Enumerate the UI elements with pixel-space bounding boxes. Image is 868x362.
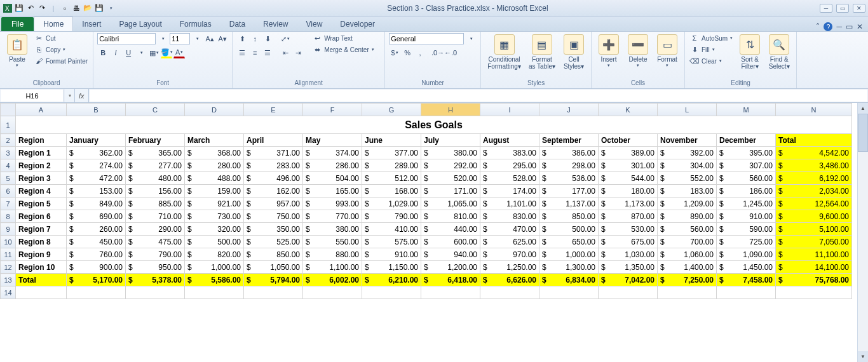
merge-dropdown-icon[interactable]: ▾	[372, 47, 374, 52]
cell-M8[interactable]: $910.00	[717, 210, 776, 223]
conditional-formatting-button[interactable]: ▦ConditionalFormatting▾	[485, 33, 524, 71]
cell-D10[interactable]: $500.00	[185, 236, 244, 248]
cell-B13[interactable]: $5,170.00	[67, 274, 126, 286]
align-right-button[interactable]: ☰	[262, 47, 273, 58]
help-icon[interactable]: ?	[824, 22, 832, 31]
cell-A13[interactable]: Total	[16, 274, 67, 286]
cell-F3[interactable]: $374.00	[303, 147, 362, 159]
cell-D5[interactable]: $488.00	[185, 172, 244, 185]
cell-K14[interactable]	[599, 286, 658, 299]
cell-styles-button[interactable]: ▣CellStyles▾	[560, 33, 587, 71]
cell-I4[interactable]: $295.00	[480, 159, 539, 172]
cell-E14[interactable]	[244, 286, 303, 299]
scroll-thumb[interactable]	[858, 114, 868, 152]
cell-C12[interactable]: $950.00	[126, 261, 185, 274]
cell-N14[interactable]	[776, 286, 852, 299]
cell-A3[interactable]: Region 1	[16, 147, 67, 159]
grow-font-button[interactable]: A▴	[204, 33, 215, 44]
cell-L4[interactable]: $304.00	[658, 159, 717, 172]
minimize-ribbon-icon[interactable]: ˄	[816, 22, 820, 31]
cell-M7[interactable]: $1,245.00	[717, 198, 776, 210]
cell-C7[interactable]: $885.00	[126, 198, 185, 210]
cell-G7[interactable]: $1,029.00	[362, 198, 421, 210]
cell-L10[interactable]: $700.00	[658, 236, 717, 248]
cell-H2[interactable]: July	[421, 134, 480, 147]
cell-H11[interactable]: $940.00	[421, 248, 480, 261]
cell-M9[interactable]: $590.00	[717, 223, 776, 236]
row-header-7[interactable]: 7	[1, 198, 16, 210]
comma-format-button[interactable]: ,	[414, 47, 426, 58]
cell-M5[interactable]: $560.00	[717, 172, 776, 185]
cell-C3[interactable]: $365.00	[126, 147, 185, 159]
cell-D12[interactable]: $1,000.00	[185, 261, 244, 274]
cell-H12[interactable]: $1,200.00	[421, 261, 480, 274]
format-painter-button[interactable]: 🖌Format Painter	[33, 56, 89, 66]
minimize-button[interactable]: ─	[820, 4, 832, 13]
cell-B4[interactable]: $274.00	[67, 159, 126, 172]
format-as-table-button[interactable]: ▤Formatas Table▾	[526, 33, 558, 71]
cell-J6[interactable]: $177.00	[539, 185, 599, 198]
cell-G11[interactable]: $910.00	[362, 248, 421, 261]
cell-G8[interactable]: $790.00	[362, 210, 421, 223]
row-header-11[interactable]: 11	[1, 248, 16, 261]
cell-N9[interactable]: $5,100.00	[776, 223, 852, 236]
cell-F6[interactable]: $165.00	[303, 185, 362, 198]
column-header-C[interactable]: C	[126, 104, 185, 116]
underline-button[interactable]: U	[123, 47, 134, 58]
cell-I14[interactable]	[480, 286, 539, 299]
undo-icon[interactable]: ↶	[25, 3, 36, 13]
cell-B14[interactable]	[67, 286, 126, 299]
cell-C9[interactable]: $290.00	[126, 223, 185, 236]
cell-H10[interactable]: $600.00	[421, 236, 480, 248]
row-header-10[interactable]: 10	[1, 236, 16, 248]
copy-dropdown-icon[interactable]: ▾	[63, 47, 65, 52]
row-header-3[interactable]: 3	[1, 147, 16, 159]
sort-filter-button[interactable]: ⇅Sort &Filter▾	[736, 33, 763, 71]
cell-F13[interactable]: $6,002.00	[303, 274, 362, 286]
cell-K3[interactable]: $389.00	[599, 147, 658, 159]
cell-L9[interactable]: $560.00	[658, 223, 717, 236]
cell-H4[interactable]: $292.00	[421, 159, 480, 172]
row-header-4[interactable]: 4	[1, 159, 16, 172]
cell-C4[interactable]: $277.00	[126, 159, 185, 172]
save-icon[interactable]: 💾	[14, 3, 24, 13]
cell-M3[interactable]: $395.00	[717, 147, 776, 159]
scroll-up-button[interactable]: ▲	[858, 103, 868, 114]
column-header-K[interactable]: K	[599, 104, 658, 116]
cell-K4[interactable]: $301.00	[599, 159, 658, 172]
cell-B6[interactable]: $153.00	[67, 185, 126, 198]
fill-color-button[interactable]: 🪣	[161, 47, 172, 58]
cell-M6[interactable]: $186.00	[717, 185, 776, 198]
insert-dropdown-icon[interactable]: ▾	[607, 63, 610, 68]
tab-formulas[interactable]: Formulas	[171, 17, 220, 31]
tab-file[interactable]: File	[1, 17, 34, 31]
cell-F8[interactable]: $770.00	[303, 210, 362, 223]
cell-I6[interactable]: $174.00	[480, 185, 539, 198]
column-header-M[interactable]: M	[717, 104, 776, 116]
cell-M4[interactable]: $307.00	[717, 159, 776, 172]
tab-review[interactable]: Review	[254, 17, 297, 31]
cell-G3[interactable]: $377.00	[362, 147, 421, 159]
cell-G2[interactable]: June	[362, 134, 421, 147]
doc-close-icon[interactable]: ✕	[857, 22, 863, 31]
cell-M14[interactable]	[717, 286, 776, 299]
cell-G14[interactable]	[362, 286, 421, 299]
cell-B2[interactable]: January	[67, 134, 126, 147]
cell-G9[interactable]: $410.00	[362, 223, 421, 236]
row-header-13[interactable]: 13	[1, 274, 16, 286]
cell-B10[interactable]: $450.00	[67, 236, 126, 248]
cell-K6[interactable]: $180.00	[599, 185, 658, 198]
formula-input[interactable]	[90, 90, 867, 102]
cell-K8[interactable]: $870.00	[599, 210, 658, 223]
cell-N7[interactable]: $12,564.00	[776, 198, 852, 210]
cell-L13[interactable]: $7,250.00	[658, 274, 717, 286]
cell-N2[interactable]: Total	[776, 134, 852, 147]
border-button[interactable]: ▦	[148, 47, 159, 58]
cell-G5[interactable]: $512.00	[362, 172, 421, 185]
cell-A2[interactable]: Region	[16, 134, 67, 147]
cell-K10[interactable]: $675.00	[599, 236, 658, 248]
cell-J8[interactable]: $850.00	[539, 210, 599, 223]
cell-I7[interactable]: $1,101.00	[480, 198, 539, 210]
cell-K11[interactable]: $1,030.00	[599, 248, 658, 261]
cell-H8[interactable]: $810.00	[421, 210, 480, 223]
